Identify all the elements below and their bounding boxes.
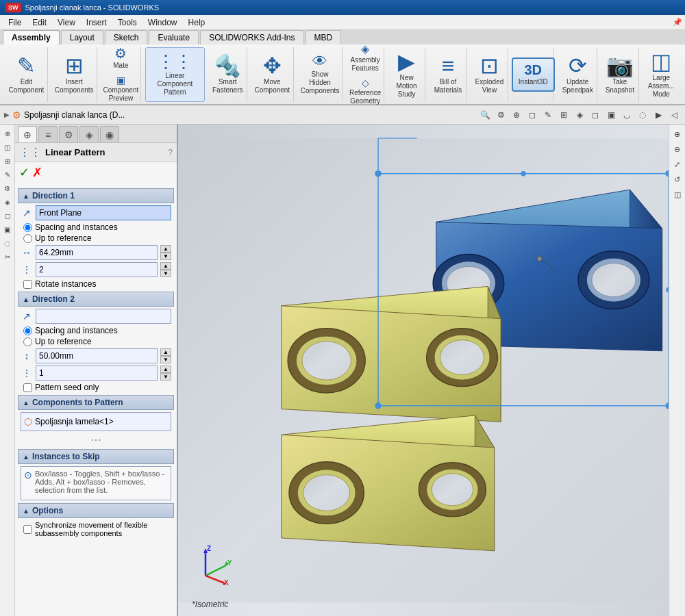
tab-addins[interactable]: SOLIDWORKS Add-Ins: [200, 30, 303, 44]
view-icon-diamond[interactable]: ◈: [573, 108, 586, 122]
view-icon-arc[interactable]: ◡: [620, 108, 634, 122]
spacing-up[interactable]: ▲: [160, 245, 171, 253]
reference-geometry-button[interactable]: ◇ ReferenceGeometry: [347, 77, 384, 107]
smart-fasteners-button[interactable]: 🔩 SmartFasteners: [208, 52, 247, 97]
direction1-section[interactable]: ▲ Direction 1: [18, 188, 174, 203]
bom-button[interactable]: ≡ Bill ofMaterials: [429, 52, 466, 97]
view-icon-play[interactable]: ▶: [651, 108, 665, 122]
assembly-features-button[interactable]: ◈ AssemblyFeatures: [347, 42, 382, 74]
direction1-ref-input[interactable]: [36, 205, 171, 220]
dir2-upto-radio[interactable]: [23, 337, 32, 346]
spacing-down[interactable]: ▼: [160, 253, 171, 260]
panel-tab-properties[interactable]: ≡: [38, 126, 58, 142]
right-btn-4[interactable]: ↺: [671, 172, 684, 186]
direction2-instances-input[interactable]: [36, 365, 158, 381]
menu-file[interactable]: File: [3, 16, 27, 29]
insert-components-button[interactable]: ⊞ InsertComponents: [51, 52, 98, 97]
direction1-instances-input[interactable]: [36, 262, 158, 277]
take-snapshot-button[interactable]: 📷 TakeSnapshot: [601, 52, 638, 97]
view-icon-edit[interactable]: ✎: [541, 108, 555, 122]
mate-button[interactable]: ⚙ Mate: [105, 45, 136, 71]
new-motion-study-button[interactable]: ▶ NewMotionStudy: [388, 48, 425, 101]
component-preview-button[interactable]: ▣ ComponentPreview: [101, 74, 142, 104]
left-btn-9[interactable]: ◌: [1, 237, 14, 249]
left-btn-2[interactable]: ◫: [1, 141, 14, 153]
right-btn-1[interactable]: ⊕: [671, 127, 684, 141]
direction1-spacing-input[interactable]: [36, 245, 158, 260]
viewport[interactable]: Z Y X *Isometric: [178, 125, 669, 616]
left-btn-1[interactable]: ⊕: [1, 127, 14, 140]
ok-button[interactable]: ✓: [19, 165, 29, 180]
view-icon-grid[interactable]: ⊞: [557, 108, 571, 122]
dir2-spacing-down[interactable]: ▼: [160, 356, 171, 363]
menu-view[interactable]: View: [52, 16, 81, 29]
instant3d-button[interactable]: 3D Instant3D: [512, 57, 555, 92]
sync-checkbox[interactable]: [23, 525, 32, 534]
view-icon-box[interactable]: ◻: [588, 108, 602, 122]
left-btn-7[interactable]: ◻: [1, 209, 14, 222]
left-btn-5[interactable]: ⚙: [1, 182, 14, 194]
menu-insert[interactable]: Insert: [81, 16, 112, 29]
tab-layout[interactable]: Layout: [61, 30, 103, 44]
direction2-spacing-input[interactable]: [36, 348, 158, 363]
ribbon-group-speedpak: ⟳ UpdateSpeedpak: [558, 47, 597, 102]
left-btn-3[interactable]: ⊞: [1, 155, 14, 167]
left-btn-4[interactable]: ✎: [1, 168, 14, 181]
components-section[interactable]: ▲ Components to Pattern: [18, 395, 174, 410]
left-btn-8[interactable]: ▣: [1, 223, 14, 235]
view-icon-search[interactable]: 🔍: [478, 108, 492, 122]
menu-help[interactable]: Help: [183, 16, 211, 29]
update-speedpak-button[interactable]: ⟳ UpdateSpeedpak: [558, 52, 597, 97]
move-component-button[interactable]: ✥ MoveComponent: [250, 52, 294, 97]
panel-tab-config[interactable]: ⚙: [59, 126, 78, 142]
panel-tab-display[interactable]: ◈: [79, 126, 99, 142]
rotate-instances-checkbox[interactable]: [23, 280, 32, 289]
left-btn-6[interactable]: ◈: [1, 196, 14, 208]
menu-tools[interactable]: Tools: [112, 16, 142, 29]
show-hidden-button[interactable]: 👁 ShowHiddenComponents: [297, 51, 344, 98]
instances-skip-icon: ⊙: [24, 470, 32, 494]
view-icon-preview[interactable]: ▣: [604, 108, 618, 122]
pattern-seed-checkbox[interactable]: [23, 383, 32, 392]
ribbon-tabs: Assembly Layout Sketch Evaluate SOLIDWOR…: [0, 30, 685, 44]
panel-tab-feature[interactable]: ⊕: [18, 126, 37, 142]
direction2-section[interactable]: ▲ Direction 2: [18, 292, 174, 307]
options-section[interactable]: ▲ Options: [18, 503, 174, 518]
instances-skip-section[interactable]: ▲ Instances to Skip: [18, 449, 174, 464]
dir2-spacing-up[interactable]: ▲: [160, 348, 171, 356]
dir2-instances-up[interactable]: ▲: [160, 365, 171, 373]
dir2-spacing-radio[interactable]: [23, 326, 32, 335]
tab-mbd[interactable]: MBD: [306, 30, 342, 44]
large-assembly-button[interactable]: ◫ LargeAssem...Mode: [643, 48, 680, 101]
edit-component-button[interactable]: ✎ EditComponent: [5, 52, 49, 97]
linear-pattern-button[interactable]: ⋮⋮ Linear ComponentPattern: [150, 50, 199, 99]
spacing-instances-radio[interactable]: [23, 223, 32, 232]
view-icon-back[interactable]: ◁: [667, 108, 681, 122]
smart-fasteners-icon: 🔩: [214, 55, 241, 77]
tab-evaluate[interactable]: Evaluate: [149, 30, 199, 44]
help-icon[interactable]: ?: [168, 148, 173, 157]
exploded-view-button[interactable]: ⊡ ExplodedView: [471, 52, 508, 97]
direction2-ref-input[interactable]: [36, 309, 171, 324]
view-icon-add[interactable]: ⊕: [510, 108, 523, 122]
view-icon-settings[interactable]: ⚙: [494, 108, 508, 122]
speedpak-icon: ⟳: [569, 55, 587, 77]
dir2-instances-down[interactable]: ▼: [160, 373, 171, 381]
right-btn-3[interactable]: ⤢: [671, 157, 684, 171]
instances-down[interactable]: ▼: [160, 270, 171, 277]
left-btn-10[interactable]: ✂: [1, 251, 14, 263]
tab-assembly[interactable]: Assembly: [3, 30, 60, 44]
menu-window[interactable]: Window: [142, 16, 183, 29]
up-to-reference-radio[interactable]: [23, 234, 32, 243]
move-icon: ✥: [263, 55, 282, 77]
cancel-button[interactable]: ✗: [32, 165, 42, 180]
view-icon-rect[interactable]: ◻: [525, 108, 539, 122]
menu-edit[interactable]: Edit: [27, 16, 52, 29]
view-icon-circle[interactable]: ◌: [636, 108, 649, 122]
right-btn-5[interactable]: ◫: [671, 188, 684, 201]
right-btn-2[interactable]: ⊖: [671, 142, 684, 156]
tab-sketch[interactable]: Sketch: [105, 30, 148, 44]
panel-tab-appearance[interactable]: ◉: [100, 126, 119, 142]
component-box[interactable]: ⬡ Spoljasnja lamela<1>: [21, 412, 171, 431]
instances-up[interactable]: ▲: [160, 262, 171, 270]
